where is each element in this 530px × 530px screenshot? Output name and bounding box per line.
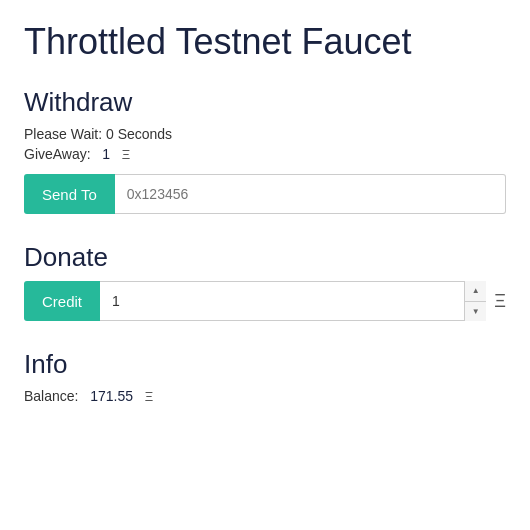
giveaway-text: GiveAway: 1 Ξ <box>24 146 506 162</box>
donate-row: Credit ▲ ▼ Ξ <box>24 281 506 321</box>
amount-input-wrapper: ▲ ▼ <box>100 281 486 321</box>
spinner-buttons: ▲ ▼ <box>464 281 486 321</box>
giveaway-value: 1 <box>102 146 110 162</box>
page-title: Throttled Testnet Faucet <box>24 20 506 63</box>
giveaway-eth-symbol: Ξ <box>122 147 130 162</box>
withdraw-section: Withdraw Please Wait: 0 Seconds GiveAway… <box>24 87 506 214</box>
withdraw-section-title: Withdraw <box>24 87 506 118</box>
info-section-title: Info <box>24 349 506 380</box>
spinner-down-button[interactable]: ▼ <box>465 302 486 322</box>
spinner-up-button[interactable]: ▲ <box>465 281 486 302</box>
giveaway-label: GiveAway: <box>24 146 91 162</box>
info-section: Info Balance: 171.55 Ξ <box>24 349 506 404</box>
wait-text: Please Wait: 0 Seconds <box>24 126 506 142</box>
amount-input[interactable] <box>100 281 486 321</box>
balance-text: Balance: 171.55 Ξ <box>24 388 506 404</box>
donate-eth-symbol: Ξ <box>494 291 506 312</box>
credit-button[interactable]: Credit <box>24 281 100 321</box>
donate-section: Donate Credit ▲ ▼ Ξ <box>24 242 506 321</box>
balance-eth-symbol: Ξ <box>145 389 153 404</box>
send-to-row: Send To <box>24 174 506 214</box>
send-to-button[interactable]: Send To <box>24 174 115 214</box>
balance-value: 171.55 <box>90 388 133 404</box>
balance-label: Balance: <box>24 388 78 404</box>
donate-section-title: Donate <box>24 242 506 273</box>
address-input[interactable] <box>115 174 506 214</box>
